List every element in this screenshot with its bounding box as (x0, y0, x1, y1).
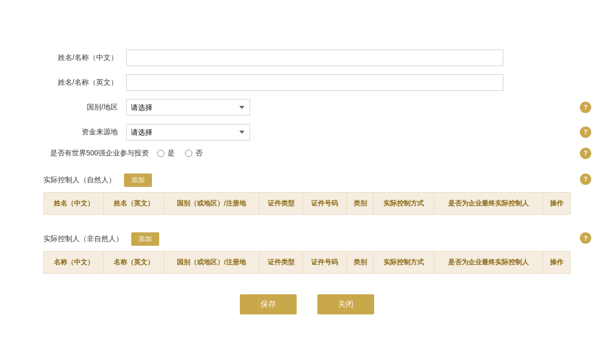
natural-person-table: 姓名（中文） 姓名（英文） 国别（或地区）/注册地 证件类型 证件号码 类别 实… (43, 192, 571, 215)
natural-person-col-is-final: 是否为企业最终实际控制人 (434, 192, 543, 214)
country-row: 国别/地区 请选择 ? (43, 99, 571, 116)
fortune500-yes-text: 是 (167, 149, 175, 158)
non-natural-person-title: 实际控制人（非自然人） (43, 234, 123, 244)
fortune500-row: 是否有世界500强企业参与投资 是 否 ? (43, 149, 571, 158)
non-natural-person-col-country: 国别（或地区）/注册地 (164, 251, 259, 274)
non-natural-person-col-control-method: 实际控制方式 (374, 251, 434, 274)
non-natural-person-header: 实际控制人（非自然人） 添加 ? (43, 227, 571, 251)
non-natural-person-section: 实际控制人（非自然人） 添加 ? 名称（中文） 名称（英文） 国别（或地区）/注… (43, 227, 571, 274)
name-cn-label: 姓名/名称（中文） (43, 53, 126, 62)
natural-person-col-name-en: 姓名（英文） (104, 192, 164, 214)
country-select[interactable]: 请选择 (126, 99, 250, 116)
name-en-label: 姓名/名称（英文） (43, 78, 126, 87)
natural-person-col-country: 国别（或地区）/注册地 (164, 192, 259, 214)
natural-person-col-cert-no: 证件号码 (303, 192, 346, 214)
non-natural-person-col-cert-no: 证件号码 (303, 251, 346, 274)
natural-person-section: 实际控制人（自然人） 添加 ? 姓名（中文） 姓名（英文） 国别（或地区）/注册… (43, 168, 571, 215)
non-natural-person-col-action: 操作 (543, 251, 571, 274)
natural-person-col-cert-type: 证件类型 (259, 192, 302, 214)
non-natural-person-col-name-en: 名称（英文） (104, 251, 164, 274)
fund-source-help-icon[interactable]: ? (580, 126, 591, 138)
save-button[interactable]: 保存 (240, 294, 297, 314)
non-natural-person-table: 名称（中文） 名称（英文） 国别（或地区）/注册地 证件类型 证件号码 类别 实… (43, 251, 571, 274)
close-button[interactable]: 关闭 (317, 294, 374, 314)
non-natural-person-add-button[interactable]: 添加 (131, 232, 159, 246)
fortune500-label: 是否有世界500强企业参与投资 (43, 149, 157, 158)
fortune500-no-radio[interactable] (185, 150, 192, 157)
non-natural-person-col-category: 类别 (346, 251, 374, 274)
country-help-icon[interactable]: ? (580, 102, 591, 113)
fortune500-yes-label[interactable]: 是 (157, 149, 175, 158)
natural-person-col-name-cn: 姓名（中文） (44, 192, 104, 214)
fortune500-yes-radio[interactable] (157, 150, 164, 157)
name-cn-row: 姓名/名称（中文） (43, 50, 571, 66)
natural-person-header: 实际控制人（自然人） 添加 ? (43, 168, 571, 192)
natural-person-col-category: 类别 (346, 192, 374, 214)
fortune500-radio-group: 是 否 (157, 149, 203, 158)
non-natural-person-col-cert-type: 证件类型 (259, 251, 302, 274)
fund-source-row: 资金来源地 请选择 ? (43, 124, 571, 140)
non-natural-person-help-icon[interactable]: ? (580, 232, 591, 244)
natural-person-add-button[interactable]: 添加 (124, 173, 152, 187)
form-section: 姓名/名称（中文） 姓名/名称（英文） 国别/地区 请选择 ? 资金来源地 请选… (43, 50, 571, 158)
page-container: 姓名/名称（中文） 姓名/名称（英文） 国别/地区 请选择 ? 资金来源地 请选… (23, 34, 591, 330)
natural-person-help-icon[interactable]: ? (580, 173, 591, 185)
non-natural-person-table-header-row: 名称（中文） 名称（英文） 国别（或地区）/注册地 证件类型 证件号码 类别 实… (44, 251, 571, 274)
natural-person-col-control-method: 实际控制方式 (374, 192, 434, 214)
action-buttons: 保存 关闭 (43, 294, 571, 314)
fund-source-label: 资金来源地 (43, 128, 126, 137)
non-natural-person-col-is-final: 是否为企业最终实际控制人 (434, 251, 543, 274)
natural-person-title: 实际控制人（自然人） (43, 176, 116, 185)
fund-source-select[interactable]: 请选择 (126, 124, 250, 140)
country-label: 国别/地区 (43, 103, 126, 112)
fortune500-no-text: 否 (195, 149, 203, 158)
name-cn-input[interactable] (126, 50, 503, 66)
name-en-row: 姓名/名称（英文） (43, 74, 571, 91)
fortune500-no-label[interactable]: 否 (185, 149, 203, 158)
name-en-input[interactable] (126, 74, 503, 91)
natural-person-col-action: 操作 (543, 192, 571, 214)
fortune500-help-icon[interactable]: ? (580, 148, 591, 159)
natural-person-table-header-row: 姓名（中文） 姓名（英文） 国别（或地区）/注册地 证件类型 证件号码 类别 实… (44, 192, 571, 214)
non-natural-person-col-name-cn: 名称（中文） (44, 251, 104, 274)
